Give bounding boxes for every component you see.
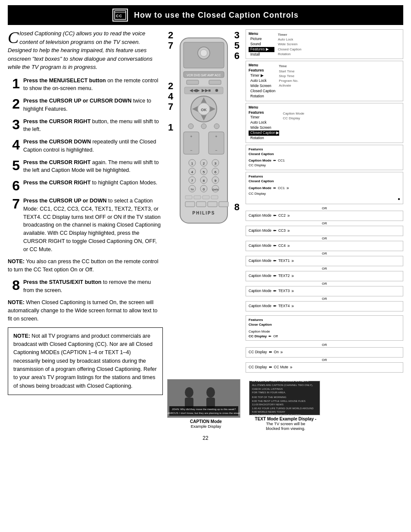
or-divider-ccd2: OR [246, 358, 403, 362]
caption-row-text1: Caption Mode ⬅ TEXT1 » [246, 256, 403, 266]
step-5: 5 Press the CURSOR RIGHT again. The menu… [8, 159, 163, 175]
step-7: 7 Press the CURSOR UP or DOWN to select … [8, 197, 163, 253]
step-num-8: 8 [8, 278, 20, 292]
svg-rect-9 [187, 80, 199, 84]
step-num-4: 4 [8, 138, 20, 152]
all-diagrams: Menu Picture Sound Features ▶ Install Ti… [246, 29, 403, 373]
caption-row-cc3: Caption Mode ⬅ CC3 » [246, 226, 403, 236]
svg-text:MARCUS: I don't know, but they: MARCUS: I don't know, but they are plann… [168, 412, 240, 414]
diagram-menu-3: Menu Features Timer Auto Lock Wide Scree… [246, 103, 403, 143]
svg-text:1: 1 [191, 162, 193, 165]
diagram-menu-1: Menu Picture Sound Features ▶ Install Ti… [246, 29, 403, 59]
step-num-5: 5 [8, 159, 20, 172]
caption-mode-display: JOHN: Why did they move the meeting up t… [167, 379, 245, 429]
header-title: How to use the Closed Caption Controls [134, 11, 299, 20]
or-divider-1: OR [246, 206, 403, 210]
notebox-label: NOTE: [13, 333, 30, 339]
page-container: CC How to use the Closed Caption Control… [0, 5, 411, 441]
svg-text:+: + [215, 134, 217, 139]
or-divider-5: OR [246, 267, 403, 271]
svg-text:VCR DVD SAT AMP ACC: VCR DVD SAT AMP ACC [187, 74, 221, 77]
svg-point-6 [200, 50, 207, 56]
svg-text:▶: ▶ [196, 88, 200, 93]
svg-rect-60 [211, 196, 218, 199]
step-text-6: Press the CURSOR RIGHT to highlight Capt… [23, 179, 163, 187]
svg-text:■: ■ [208, 88, 211, 93]
caption-row-text4: Caption Mode ⬅ TEXT4 » [246, 301, 403, 311]
step-badge-356: 356 [234, 30, 240, 62]
remote-svg: VCR DVD SAT AMP ACC ◀◀ ▶ ▶▶ ■ ⏺ [167, 29, 240, 236]
caption-row-cc2: Caption Mode ⬅ CC2 » [246, 211, 403, 221]
step-text-7: Press the CURSOR UP or DOWN to select a … [23, 197, 163, 253]
svg-text:8: 8 [203, 179, 205, 183]
cc-display-mute: CC Display ⬅ CC Mute » [246, 362, 403, 373]
note-1: NOTE: You also can press the CC button o… [8, 258, 163, 274]
step-3: 3 Press the CURSOR RIGHT button, the men… [8, 118, 163, 134]
caption-row-text2: Caption Mode ⬅ TEXT2 » [246, 271, 403, 281]
or-divider-3: OR [246, 236, 403, 240]
svg-text:3: 3 [215, 162, 217, 165]
svg-rect-63 [208, 202, 217, 207]
or-divider-6: OR [246, 282, 403, 286]
step-badge-247: 247 [168, 81, 173, 112]
step-1: 1 Press the MENU/SELECT button on the re… [8, 77, 163, 93]
step-num-3: 3 [8, 118, 20, 131]
note2-text: When Closed Captioning is turned On, the… [8, 299, 157, 322]
bottom-section: JOHN: Why did they move the meeting up t… [167, 379, 403, 431]
svg-point-67 [185, 387, 193, 398]
or-divider-4: OR [246, 252, 403, 255]
text-mode-image: IN YOUR CAPTION PROGRAMS ON RZ/TV: ALL I… [249, 381, 320, 415]
svg-text:−: − [215, 148, 217, 152]
svg-text:7: 7 [191, 179, 193, 183]
svg-rect-57 [185, 196, 192, 199]
text-mode-sublabel: The TV screen will beblocked from viewin… [249, 421, 322, 431]
or-divider-2: OR [246, 221, 403, 225]
right-column: 27 356 247 [167, 29, 403, 431]
svg-point-69 [206, 387, 215, 398]
caption-mode-sublabel: Example Display [167, 424, 245, 429]
right-top: 27 356 247 [167, 29, 403, 373]
svg-point-26 [214, 124, 219, 129]
or-divider-7: OR [246, 297, 403, 301]
step-text-3: Press the CURSOR RIGHT button, the menu … [23, 118, 163, 134]
diagram-menu-2: Menu Features Timer ▶ Auto Lock Wide Scr… [246, 61, 403, 101]
diagram-menu-5: Features Closed Caption Caption Mode ⬅ C… [246, 172, 403, 205]
svg-text:⏺: ⏺ [215, 88, 219, 93]
svg-text:2: 2 [203, 162, 205, 165]
diagram-close-caption: Features Close Caption Caption Mode CC D… [246, 315, 403, 341]
caption-options-section: OR Caption Mode ⬅ CC2 » OR Caption Mode … [246, 206, 403, 312]
svg-text:TV: TV [190, 188, 194, 191]
svg-text:PHILIPS: PHILIPS [193, 211, 215, 215]
step-4: 4 Press the CURSOR DOWN repeatedly until… [8, 138, 163, 154]
svg-text:6: 6 [215, 170, 217, 174]
svg-text:0: 0 [203, 187, 205, 191]
cc-icon: CC [112, 9, 128, 22]
remote-container: 27 356 247 [167, 29, 240, 236]
cc-display-on: CC Display ⬅ On » [246, 347, 403, 358]
step-num-6: 6 [8, 179, 20, 193]
svg-rect-10 [209, 80, 221, 84]
step-8: 8 Press the STATUS/EXIT button to remove… [8, 278, 163, 295]
svg-text:JOHN: Why did they move the me: JOHN: Why did they move the meeting up t… [172, 408, 236, 411]
svg-text:9: 9 [215, 179, 217, 183]
step-badge-8: 8 [234, 202, 240, 213]
note2-label: NOTE: [8, 299, 25, 305]
step-num-7: 7 [8, 197, 20, 211]
step-6: 6 Press the CURSOR RIGHT to highlight Ca… [8, 179, 163, 193]
svg-point-25 [201, 124, 206, 129]
svg-rect-64 [219, 202, 228, 207]
svg-rect-59 [202, 196, 209, 199]
intro-text: losed Captioning (CC) allows you to read… [8, 30, 153, 70]
svg-text:5: 5 [203, 170, 205, 174]
text-mode-display: IN YOUR CAPTION PROGRAMS ON RZ/TV: ALL I… [249, 381, 322, 431]
notebox-text: Not all TV programs and product commerci… [13, 333, 157, 389]
step-badge-1: 1 [168, 122, 173, 133]
step-text-5: Press the CURSOR RIGHT again. The menu w… [23, 159, 163, 175]
or-divider-ccd1: OR [246, 343, 403, 347]
step-num-1: 1 [8, 77, 20, 90]
note1-label: NOTE: [8, 258, 25, 264]
svg-text:QckSc: QckSc [212, 188, 219, 191]
svg-text:+: + [190, 134, 192, 139]
step-text-4: Press the CURSOR DOWN repeatedly until t… [23, 138, 163, 154]
page-header: CC How to use the Closed Caption Control… [8, 5, 403, 25]
